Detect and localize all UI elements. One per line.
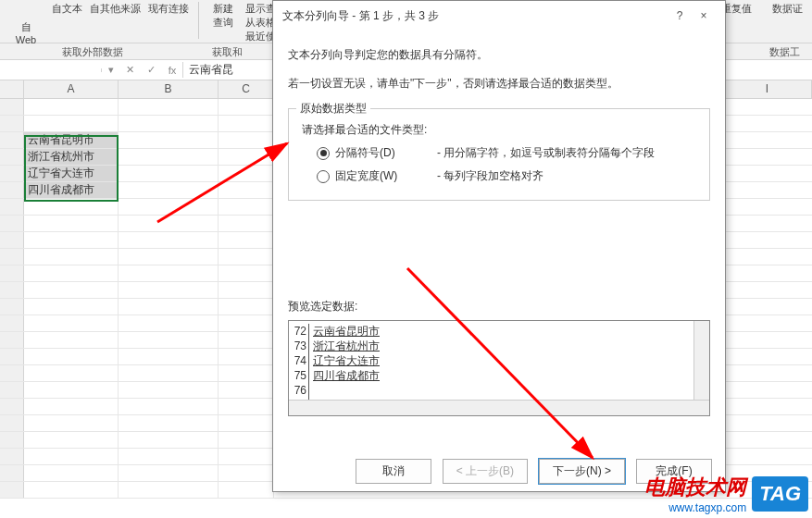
cell[interactable] bbox=[219, 249, 274, 265]
cell[interactable] bbox=[24, 99, 119, 115]
cell[interactable] bbox=[119, 116, 219, 131]
cell[interactable]: 云南省昆明市 bbox=[24, 132, 119, 148]
cell[interactable] bbox=[219, 99, 274, 115]
cell[interactable] bbox=[119, 315, 219, 331]
row-header[interactable] bbox=[0, 132, 24, 148]
cell[interactable] bbox=[219, 199, 274, 215]
row-header[interactable] bbox=[0, 365, 24, 381]
row-header[interactable] bbox=[0, 199, 24, 215]
cell[interactable] bbox=[119, 132, 219, 148]
row-header[interactable] bbox=[0, 432, 24, 448]
cell[interactable] bbox=[219, 399, 274, 414]
cell[interactable] bbox=[219, 282, 274, 298]
cell[interactable] bbox=[24, 249, 119, 265]
cell[interactable] bbox=[219, 216, 274, 231]
cell[interactable] bbox=[119, 299, 219, 314]
row-header[interactable] bbox=[0, 149, 24, 165]
row-header[interactable] bbox=[0, 299, 24, 314]
cell[interactable] bbox=[219, 349, 274, 364]
cell[interactable] bbox=[24, 116, 119, 131]
cell[interactable] bbox=[24, 265, 119, 281]
cell[interactable] bbox=[119, 432, 219, 448]
cell[interactable] bbox=[24, 365, 119, 381]
col-header-b[interactable]: B bbox=[119, 80, 219, 98]
cell[interactable] bbox=[219, 232, 274, 248]
cell[interactable] bbox=[119, 182, 219, 198]
cell[interactable] bbox=[119, 382, 219, 398]
cell[interactable] bbox=[24, 382, 119, 398]
cell[interactable] bbox=[119, 482, 219, 498]
cell[interactable] bbox=[119, 216, 219, 231]
cell[interactable] bbox=[219, 415, 274, 431]
cell[interactable] bbox=[119, 349, 219, 364]
row-header[interactable] bbox=[0, 166, 24, 181]
cell[interactable] bbox=[219, 299, 274, 314]
cell[interactable] bbox=[24, 415, 119, 431]
cancel-icon[interactable]: ✕ bbox=[126, 64, 134, 76]
preview-scrollbar-v[interactable] bbox=[693, 321, 709, 400]
cell[interactable] bbox=[119, 332, 219, 348]
row-header[interactable] bbox=[0, 265, 24, 281]
row-header[interactable] bbox=[0, 415, 24, 431]
cell[interactable] bbox=[119, 465, 219, 481]
cell[interactable] bbox=[119, 149, 219, 165]
row-header[interactable] bbox=[0, 332, 24, 348]
row-header[interactable] bbox=[0, 182, 24, 198]
ribbon-item-newquery[interactable]: 新建查询 bbox=[205, 2, 242, 30]
cell[interactable] bbox=[219, 332, 274, 348]
cell[interactable] bbox=[24, 482, 119, 498]
check-icon[interactable]: ✓ bbox=[147, 64, 156, 76]
cell[interactable] bbox=[219, 149, 274, 165]
cell[interactable] bbox=[24, 216, 119, 231]
cell[interactable] bbox=[219, 132, 274, 148]
cell[interactable] bbox=[119, 365, 219, 381]
radio-fixed-width[interactable] bbox=[317, 170, 330, 183]
cell[interactable] bbox=[219, 265, 274, 281]
row-header[interactable] bbox=[0, 315, 24, 331]
cancel-button[interactable]: 取消 bbox=[356, 459, 431, 484]
cell[interactable] bbox=[24, 349, 119, 364]
cell[interactable] bbox=[219, 449, 274, 464]
cell[interactable] bbox=[24, 315, 119, 331]
cell[interactable] bbox=[119, 99, 219, 115]
ribbon-item-validate[interactable]: 数据证 bbox=[767, 2, 808, 16]
ribbon-item-existing[interactable]: 现有连接 bbox=[148, 2, 189, 16]
cell[interactable] bbox=[24, 232, 119, 248]
cell[interactable]: 四川省成都市 bbox=[24, 182, 119, 198]
dropdown-icon[interactable]: ▾ bbox=[108, 64, 114, 76]
cell[interactable] bbox=[119, 415, 219, 431]
row-header[interactable] bbox=[0, 482, 24, 498]
row-header[interactable] bbox=[0, 449, 24, 464]
row-header[interactable] bbox=[0, 399, 24, 414]
row-header[interactable] bbox=[0, 116, 24, 131]
row-header[interactable] bbox=[0, 249, 24, 265]
cell[interactable] bbox=[119, 282, 219, 298]
radio-delimited[interactable] bbox=[317, 147, 330, 160]
help-button[interactable]: ? bbox=[668, 9, 692, 22]
dialog-titlebar[interactable]: 文本分列向导 - 第 1 步，共 3 步 ? × bbox=[273, 1, 725, 31]
cell[interactable] bbox=[119, 232, 219, 248]
cell[interactable] bbox=[24, 465, 119, 481]
ribbon-item-web[interactable]: 自 Web bbox=[4, 2, 48, 45]
cell[interactable] bbox=[219, 482, 274, 498]
row-header[interactable] bbox=[0, 382, 24, 398]
cell[interactable] bbox=[119, 265, 219, 281]
cell[interactable]: 辽宁省大连市 bbox=[24, 166, 119, 181]
name-box[interactable] bbox=[0, 68, 102, 72]
cell[interactable] bbox=[24, 282, 119, 298]
row-header[interactable] bbox=[0, 99, 24, 115]
select-all-corner[interactable] bbox=[0, 80, 24, 98]
row-header[interactable] bbox=[0, 216, 24, 231]
cell[interactable] bbox=[119, 399, 219, 414]
cell[interactable] bbox=[119, 249, 219, 265]
cell[interactable] bbox=[219, 315, 274, 331]
cell[interactable] bbox=[119, 199, 219, 215]
row-header[interactable] bbox=[0, 232, 24, 248]
cell[interactable]: 浙江省杭州市 bbox=[24, 149, 119, 165]
cell[interactable] bbox=[24, 432, 119, 448]
cell[interactable] bbox=[24, 449, 119, 464]
close-button[interactable]: × bbox=[692, 9, 716, 22]
fx-icon[interactable]: fx bbox=[169, 65, 177, 76]
cell[interactable] bbox=[219, 365, 274, 381]
ribbon-item-other[interactable]: 自其他来源 bbox=[90, 2, 141, 16]
